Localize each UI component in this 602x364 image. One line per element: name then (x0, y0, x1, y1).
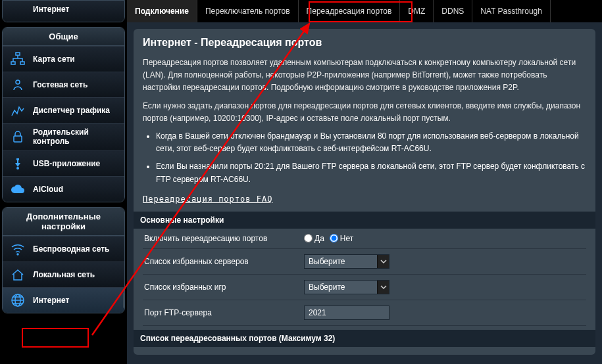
svg-rect-4 (14, 136, 22, 142)
panel: Интернет - Переадресация портов Переадре… (134, 29, 595, 355)
section-header-basic: Основные настройки (134, 212, 595, 229)
radio-input[interactable] (304, 234, 313, 242)
cloud-icon (9, 181, 26, 198)
row-label: Список избранных игр (143, 283, 304, 292)
radio-no[interactable]: Нет (330, 234, 353, 243)
row-enable-forwarding: Включить переадресацию портов Да Нет (143, 229, 586, 249)
usb-icon (9, 155, 26, 172)
svg-point-3 (16, 80, 20, 84)
sidebar-item-label: Интернет (33, 296, 69, 305)
tab-port-forward[interactable]: Переадресация портов (299, 0, 401, 22)
row-game-list: Список избранных игр Выберите (143, 275, 586, 300)
notes-list: Когда в Вашей сети отключен брандмауэр и… (143, 130, 586, 186)
sidebar-item-traffic-manager[interactable]: Диспетчер трафика (3, 97, 124, 123)
sidebar-item-internet[interactable]: Интернет (3, 287, 124, 313)
svg-rect-1 (11, 62, 15, 64)
globe-icon (9, 1, 26, 18)
tab-dmz[interactable]: DMZ (400, 0, 434, 22)
sidebar-item-label: USB-приложение (33, 159, 100, 168)
svg-point-5 (16, 167, 19, 170)
sidebar: Интернет Общие Карта сети Гостевая сеть (0, 0, 127, 364)
tab-ddns[interactable]: DDNS (434, 0, 472, 22)
tabbar: Подключение Переключатель портов Переадр… (127, 0, 602, 22)
server-select[interactable]: Выберите (304, 254, 389, 269)
sidebar-item-label: Родительский контроль (33, 127, 118, 147)
faq-link[interactable]: Переадресация портов FAQ (143, 194, 272, 204)
radio-label: Нет (340, 234, 353, 243)
tab-port-trigger[interactable]: Переключатель портов (197, 0, 299, 22)
ftp-port-input[interactable]: 2021 (304, 306, 389, 320)
tab-label: Подключение (135, 7, 189, 16)
network-icon (9, 51, 26, 68)
sidebar-item-label: Интернет (33, 5, 69, 14)
active-arrow-icon (123, 292, 125, 308)
guest-icon (9, 76, 26, 93)
chevron-down-icon (377, 281, 389, 294)
select-value: Выберите (305, 283, 349, 292)
game-select[interactable]: Выберите (304, 280, 389, 294)
sidebar-item-label: Диспетчер трафика (33, 106, 110, 115)
wifi-icon (9, 240, 26, 258)
group-title: Общие (3, 28, 124, 46)
svg-point-6 (17, 254, 18, 255)
row-ftp-port: Порт FTP-сервера 2021 (143, 300, 586, 326)
sidebar-group-general: Общие Карта сети Гостевая сеть Диспетчер… (2, 27, 125, 202)
tab-label: DMZ (408, 7, 425, 16)
sidebar-item-label: Локальная сеть (33, 270, 95, 279)
radio-yes[interactable]: Да (304, 234, 324, 243)
tab-label: Переадресация портов (307, 7, 392, 16)
tab-connection[interactable]: Подключение (127, 0, 197, 22)
tab-label: DDNS (441, 7, 464, 16)
row-label: Порт FTP-сервера (143, 308, 304, 317)
sidebar-item-parental-control[interactable]: Родительский контроль (3, 123, 124, 150)
row-label: Список избранных серверов (143, 257, 304, 266)
select-value: Выберите (305, 257, 349, 266)
lock-icon (9, 128, 26, 145)
chevron-down-icon (377, 255, 389, 268)
sidebar-item-internet-partial[interactable]: Интернет (3, 1, 124, 22)
radio-label: Да (314, 234, 324, 243)
tab-nat-passthrough[interactable]: NAT Passthrough (472, 0, 551, 22)
sidebar-item-label: Карта сети (33, 55, 75, 64)
row-label: Включить переадресацию портов (143, 234, 304, 243)
row-server-list: Список избранных серверов Выберите (143, 249, 586, 275)
sidebar-group-advanced: Дополнительные настройки Беспроводная се… (2, 207, 125, 313)
globe-icon (9, 292, 26, 309)
traffic-icon (9, 102, 26, 119)
sidebar-item-network-map[interactable]: Карта сети (3, 46, 124, 72)
page-title: Интернет - Переадресация портов (143, 37, 586, 49)
sidebar-item-usb-app[interactable]: USB-приложение (3, 150, 124, 176)
sidebar-item-wireless[interactable]: Беспроводная сеть (3, 236, 124, 262)
description-2: Если нужно задать диапазон портов для пе… (143, 100, 586, 125)
sidebar-item-aicloud[interactable]: AiCloud (3, 176, 124, 202)
tab-label: Переключатель портов (205, 7, 290, 16)
group-title: Дополнительные настройки (3, 208, 124, 236)
note-item: Если Вы назначили порты 20:21 для Вашего… (156, 160, 586, 185)
section-header-list: Список переадресованных портов (Максимум… (134, 330, 595, 347)
main-content: Подключение Переключатель портов Переадр… (127, 0, 602, 364)
sidebar-item-guest-network[interactable]: Гостевая сеть (3, 72, 124, 97)
svg-rect-2 (20, 62, 24, 64)
sidebar-item-lan[interactable]: Локальная сеть (3, 262, 124, 287)
description-1: Переадресация портов позволяет удаленным… (143, 57, 586, 95)
sidebar-item-label: Гостевая сеть (33, 80, 88, 89)
svg-rect-0 (16, 53, 20, 55)
input-value: 2021 (309, 308, 326, 317)
note-item: Когда в Вашей сети отключен брандмауэр и… (156, 130, 586, 155)
house-icon (9, 266, 26, 283)
tab-label: NAT Passthrough (480, 7, 542, 16)
radio-input[interactable] (330, 234, 338, 242)
sidebar-item-label: AiCloud (33, 185, 63, 194)
sidebar-item-label: Беспроводная сеть (33, 244, 109, 254)
